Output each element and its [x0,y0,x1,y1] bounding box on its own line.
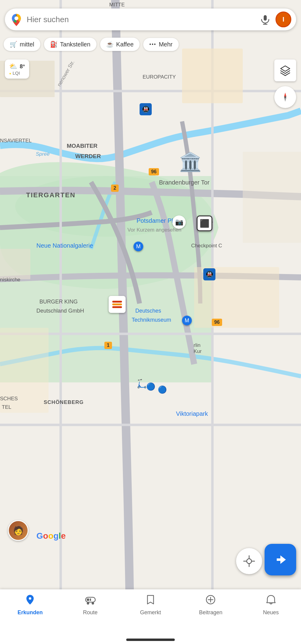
sharing-icon-1[interactable]: 🛴 [137,379,147,389]
nav-icon-beitragen [205,594,216,608]
svg-rect-12 [112,306,122,308]
tankstellen-icon: ⛽ [50,41,58,48]
mehr-icon: ••• [149,42,156,47]
svg-rect-28 [87,598,89,601]
filter-chips: 🛒 mittel ⛽ Tankstellen ☕ Kaffee ••• Mehr [0,35,301,53]
nav-icon-neues [265,594,276,608]
nav-item-beitragen[interactable]: Beitragen [181,594,241,616]
map-label-schoneberg: SCHÖNEBERG [44,399,84,405]
nav-item-neues[interactable]: Neues [241,594,301,616]
svg-rect-10 [112,301,122,303]
weather-detail: ● LQI [9,70,25,76]
chip-kaffee[interactable]: ☕ Kaffee [100,38,140,51]
street-view-avatar[interactable]: 🧑 [8,520,29,541]
user-avatar[interactable]: I [276,12,291,27]
map-label-spree: Spree [36,151,49,157]
svg-point-31 [92,602,94,605]
location-button[interactable] [236,548,262,574]
map-label-technikmuseum[interactable]: Technikmuseum [132,317,171,323]
compass-button[interactable] [274,86,296,108]
road-badge-96-bottom: 96 [212,319,222,326]
map-label-viktoriapark[interactable]: Viktoriapark [176,410,208,417]
nav-label-beitragen: Beitragen [199,609,222,616]
svg-point-20 [247,559,252,564]
svg-marker-18 [284,97,286,102]
map-label-moabiter: MOABITER [67,143,97,149]
svg-rect-6 [0,249,30,279]
nav-item-route[interactable]: Route [60,594,120,616]
map[interactable]: nenower Str. MITTE EUROPACITY MOABITER W… [0,0,301,644]
svg-rect-29 [90,598,91,601]
map-label-vor-kurzem: Vor Kurzem angesehen [127,227,181,233]
map-label-brandenburger: Brandenburger Tor [159,179,209,186]
nav-item-gemerkt[interactable]: Gemerkt [120,594,181,616]
kaffee-icon: ☕ [106,41,114,48]
layer-icon [279,65,291,76]
weather-temp: 8° [20,63,25,70]
brandenburg-gate-icon[interactable]: 🏛️ [179,151,202,173]
google-maps-logo [10,13,23,26]
svg-marker-17 [284,93,286,97]
svg-text:nenower Str.: nenower Str. [56,59,76,87]
map-label-burger-king: BURGER KING [39,299,78,305]
sharing-icon-2[interactable]: 🔵 [146,382,155,391]
chip-lebensmittel[interactable]: 🛒 mittel [4,38,40,51]
poi-nationalgalerie[interactable]: M [134,242,143,251]
chip-label-mehr: Mehr [159,41,173,48]
nav-icon-gemerkt [145,594,156,608]
nav-icon-route [85,594,96,608]
lebensmittel-icon: 🛒 [10,41,17,48]
map-label-werder: WERDER [75,153,101,160]
road-badge-2: 2 [111,185,119,192]
transit-marker-right[interactable]: 🚇 [203,268,215,280]
nav-label-route: Route [83,609,98,616]
svg-point-30 [87,602,89,605]
map-label-deutschland: Deutschland GmbH [36,308,84,314]
camera-frame-marker[interactable]: ⬛ [197,215,212,231]
layer-button[interactable] [274,59,296,81]
directions-fab[interactable] [265,544,296,575]
camera-pin-potsdamer[interactable]: 📷 [172,215,186,229]
chip-mehr[interactable]: ••• Mehr [143,38,178,51]
chip-label-tankstellen: Tankstellen [60,41,90,48]
svg-rect-11 [112,303,122,305]
svg-rect-14 [264,15,267,21]
nav-label-erkunden: Erkunden [18,609,43,616]
map-label-niskirche: niskirche [0,277,20,283]
map-label-europacity: EUROPACITY [143,74,176,80]
map-label-tiergarten: TIERGARTEN [26,191,76,199]
map-label-rlin: rlin [194,342,201,348]
compass-icon [279,91,291,103]
directions-icon [272,552,288,568]
location-icon [242,554,256,568]
map-label-tel: TEL [2,404,11,410]
map-label-kur: Kur [194,348,201,354]
mic-icon[interactable] [260,14,271,25]
svg-point-19 [284,96,286,98]
street-view-person-icon: 🧑 [9,521,28,540]
google-logo: Google [36,531,66,541]
road-badge-96-top: 96 [149,168,159,175]
poi-technikmuseum[interactable]: M [182,316,192,325]
map-label-nsaviertel: NSAVIERTEL [0,138,32,144]
nav-item-erkunden[interactable]: Erkunden [0,594,60,616]
svg-rect-7 [243,152,301,243]
map-label-checkpoint: Checkpoint C [191,243,222,249]
nav-label-neues: Neues [263,609,279,616]
svg-point-13 [15,16,19,20]
road-badge-1: 1 [104,342,112,349]
burger-king-marker[interactable] [109,296,126,313]
nav-label-gemerkt: Gemerkt [140,609,161,616]
search-bar: I [5,8,296,30]
transit-marker-top[interactable]: 🚇 [140,103,152,115]
chip-tankstellen[interactable]: ⛽ Tankstellen [44,38,96,51]
home-indicator [126,639,175,641]
weather-icon: ⛅ [9,63,17,70]
search-input[interactable] [27,15,260,24]
map-label-sches: SCHES [0,396,18,402]
svg-point-26 [29,597,31,600]
map-label-deutsches[interactable]: Deutsches [135,308,161,314]
map-label-nationalgalerie[interactable]: Neue Nationalgalerie [36,242,93,249]
sharing-icon-3[interactable]: 🔵 [158,385,167,394]
weather-widget[interactable]: ⛅ 8° ● LQI [5,59,29,79]
